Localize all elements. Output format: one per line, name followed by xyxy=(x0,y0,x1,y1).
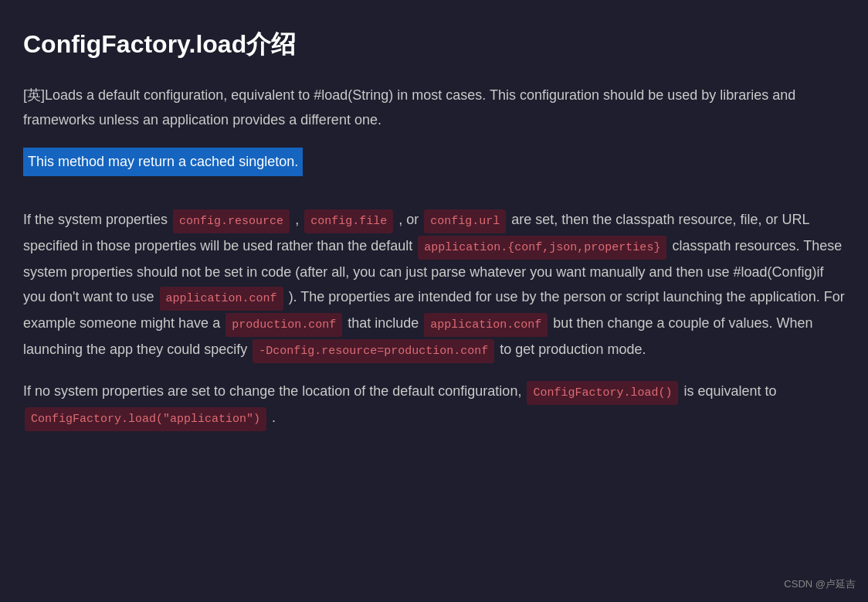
code-dconfig-resource: -Dconfig.resource=production.conf xyxy=(253,339,494,363)
paragraph-3: If no system properties are set to chang… xyxy=(23,379,845,431)
p3-middle: is equivalent to xyxy=(683,383,776,399)
code-application-conf-json: application.{conf,json,properties} xyxy=(418,236,666,260)
paragraph-2: If the system properties config.resource… xyxy=(23,207,845,363)
code-config-url: config.url xyxy=(424,209,506,233)
p2-sep1: , xyxy=(295,212,299,227)
highlighted-text: This method may return a cached singleto… xyxy=(23,148,303,176)
p2-sep2: , or xyxy=(398,212,419,227)
p2-after6: to get production mode. xyxy=(500,342,646,357)
code-config-resource: config.resource xyxy=(173,209,290,233)
code-application-conf: application.conf xyxy=(160,287,283,311)
p2-after4: that include xyxy=(348,315,419,331)
page-title: ConfigFactory.load介绍 xyxy=(23,23,845,65)
code-config-file: config.file xyxy=(304,209,393,233)
paragraph-1: [英]Loads a default configuration, equiva… xyxy=(23,83,845,132)
code-configfactory-load: ConfigFactory.load() xyxy=(527,381,678,405)
code-production-conf: production.conf xyxy=(225,313,342,337)
code-configfactory-load-application: ConfigFactory.load("application") xyxy=(25,407,266,431)
p3-after: . xyxy=(272,410,276,425)
p3-before: If no system properties are set to chang… xyxy=(23,383,521,399)
code-application-conf-2: application.conf xyxy=(424,313,548,337)
watermark: CSDN @卢延吉 xyxy=(784,576,856,593)
highlight-block: This method may return a cached singleto… xyxy=(23,148,845,192)
p2-text-before: If the system properties xyxy=(23,212,168,227)
